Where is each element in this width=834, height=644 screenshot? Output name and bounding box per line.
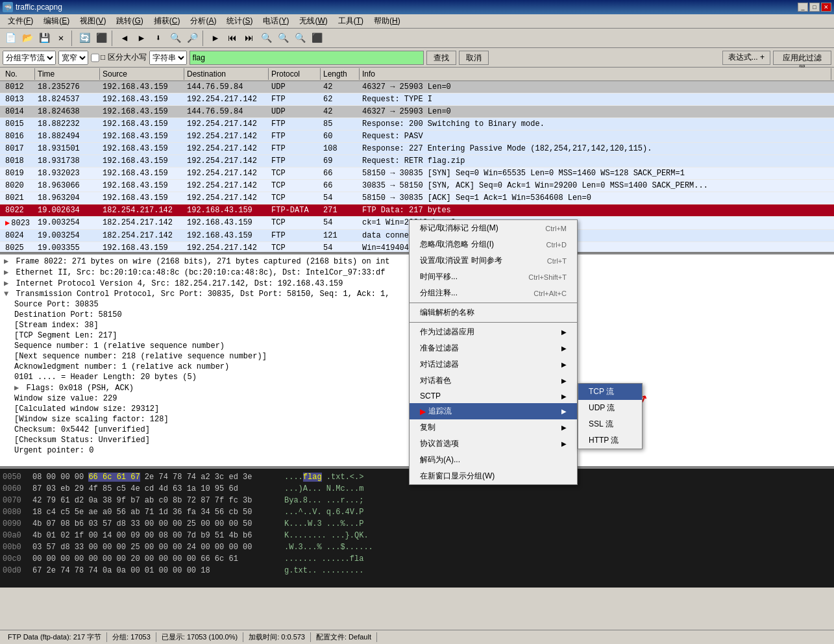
ctx-conv-filter[interactable]: 对话过滤器 ▶ bbox=[410, 356, 577, 373]
ctx-comment[interactable]: 分组注释... Ctrl+Alt+C bbox=[410, 285, 577, 301]
ctx-sep1 bbox=[410, 303, 577, 303]
pkt-info: 58150 → 30835 [SYN] Seq=0 Win=65535 Len=… bbox=[360, 168, 831, 179]
ctx-editname[interactable]: 编辑解析的名称 bbox=[410, 304, 577, 321]
close-button[interactable]: ✕ bbox=[821, 3, 831, 12]
tb-zoom-out[interactable]: 🔎 bbox=[184, 31, 200, 46]
menu-wireless[interactable]: 无线(W) bbox=[294, 14, 332, 28]
tb-zoom3[interactable]: 🔍 bbox=[292, 31, 308, 46]
ctx-ignore[interactable]: 忽略/取消忽略 分组(I) Ctrl+D bbox=[410, 236, 577, 253]
ctx-apply-filter[interactable]: 作为过滤器应用 ▶ bbox=[410, 324, 577, 340]
menu-goto[interactable]: 跳转(G) bbox=[111, 14, 148, 28]
hex-offset: 0080 bbox=[3, 506, 27, 518]
tb-filter3[interactable]: ⏭ bbox=[241, 31, 257, 46]
ctx-proto-prefs-arrow: ▶ bbox=[561, 440, 567, 447]
ctx-follow[interactable]: ▶ 追踪流 ▶ bbox=[410, 403, 577, 419]
tb-save[interactable]: 💾 bbox=[36, 31, 52, 46]
tb-open[interactable]: 📂 bbox=[19, 31, 35, 46]
hex-row-00c0: 00c0 00 00 00 00 00 00 00 20 00 00 00 00… bbox=[3, 553, 831, 565]
find-button[interactable]: 查找 bbox=[426, 51, 456, 65]
pkt-time: 18.963066 bbox=[35, 180, 100, 191]
pkt-dst: 192.254.217.142 bbox=[184, 94, 269, 105]
ctx-prepare-filter[interactable]: 准备过滤器 ▶ bbox=[410, 340, 577, 356]
ctx-follow-arrow: ▶ bbox=[561, 408, 567, 415]
segment-select[interactable]: 分组字节流 bbox=[3, 51, 56, 65]
follow-ssl[interactable]: SSL 流 bbox=[578, 416, 642, 432]
menu-file[interactable]: 文件(F) bbox=[3, 14, 38, 28]
follow-udp[interactable]: UDP 流 bbox=[578, 400, 642, 416]
hex-row-00b0: 00b0 03 57 d8 33 00 00 00 25 00 00 00 24… bbox=[3, 541, 831, 553]
packet-row-8022[interactable]: 8022 19.002634 182.254.217.142 192.168.4… bbox=[0, 204, 834, 217]
col-dst: Destination bbox=[184, 68, 269, 80]
status-displayed: 已显示: 17053 (100.0%) bbox=[156, 632, 243, 642]
window-controls[interactable]: _ □ ✕ bbox=[798, 3, 831, 12]
follow-http[interactable]: HTTP 流 bbox=[578, 432, 642, 449]
packet-row-8020[interactable]: 8020 18.963066 192.168.43.159 192.254.21… bbox=[0, 180, 834, 192]
hex-bytes: 18 c4 c5 5e ae a0 56 ab 71 1d 36 fa 34 5… bbox=[32, 506, 279, 518]
tb-new[interactable]: 📄 bbox=[3, 31, 18, 46]
tb-close[interactable]: ✕ bbox=[53, 31, 69, 46]
ctx-copy-arrow: ▶ bbox=[561, 424, 567, 431]
tb-zoom2[interactable]: 🔍 bbox=[275, 31, 291, 46]
menu-analyze[interactable]: 分析(A) bbox=[185, 14, 221, 28]
ctx-show-in-window[interactable]: 在新窗口显示分组(W) bbox=[410, 468, 577, 484]
ctx-colorize-label: 对话着色 bbox=[420, 375, 451, 386]
menu-edit[interactable]: 编辑(E) bbox=[38, 14, 75, 28]
tb-capture[interactable]: ⬛ bbox=[93, 31, 109, 46]
restore-button[interactable]: □ bbox=[809, 3, 820, 12]
packet-row-8015[interactable]: 8015 18.882232 192.168.43.159 192.254.21… bbox=[0, 118, 834, 130]
packet-row-8018[interactable]: 8018 18.931738 192.168.43.159 192.254.21… bbox=[0, 155, 834, 167]
pkt-dst: 192.254.217.142 bbox=[184, 193, 269, 203]
packet-row-8014[interactable]: 8014 18.824638 192.168.43.159 144.76.59.… bbox=[0, 106, 834, 118]
menu-capture[interactable]: 捕获(C) bbox=[149, 14, 186, 28]
tb-filter2[interactable]: ⏮ bbox=[225, 31, 240, 46]
packet-row-8012[interactable]: 8012 18.235276 192.168.43.159 144.76.59.… bbox=[0, 81, 834, 93]
tb-expand[interactable]: ⬛ bbox=[309, 31, 325, 46]
pkt-src: 192.168.43.159 bbox=[100, 180, 184, 191]
ctx-comment-label: 分组注释... bbox=[420, 288, 458, 299]
ctx-timeref[interactable]: 设置/取消设置 时间参考 Ctrl+T bbox=[410, 253, 577, 269]
menu-tools[interactable]: 工具(T) bbox=[333, 14, 369, 28]
ctx-colorize[interactable]: 对话着色 ▶ bbox=[410, 373, 577, 389]
type-select[interactable]: 字符串 bbox=[149, 51, 187, 65]
tb-sep2 bbox=[112, 31, 114, 46]
menu-help[interactable]: 帮助(H) bbox=[369, 14, 406, 28]
ctx-ignore-shortcut: Ctrl+D bbox=[546, 241, 567, 249]
pkt-no: 8025 bbox=[3, 243, 35, 253]
pkt-src: 192.168.43.159 bbox=[100, 193, 184, 203]
pkt-info: 46327 → 25903 Len=0 bbox=[360, 82, 831, 92]
cancel-button[interactable]: 取消 bbox=[459, 51, 489, 65]
detail-seq-text: Sequence number: 1 (relative sequence nu… bbox=[14, 341, 225, 351]
tb-fwd[interactable]: ▶ bbox=[134, 31, 149, 46]
minimize-button[interactable]: _ bbox=[798, 3, 808, 12]
filter-bar-right: 表达式... + bbox=[722, 51, 770, 65]
tb-filter1[interactable]: ▶ bbox=[208, 31, 223, 46]
app-icon: 🦈 bbox=[3, 2, 13, 12]
pkt-proto: FTP bbox=[269, 94, 321, 105]
ctx-decode-as[interactable]: 解码为(A)... bbox=[410, 452, 577, 468]
ctx-sctp[interactable]: SCTP ▶ bbox=[410, 389, 577, 403]
find-input[interactable] bbox=[190, 51, 424, 65]
tb-magnify[interactable]: 🔍 bbox=[258, 31, 274, 46]
ctx-mark[interactable]: 标记/取消标记 分组(M) Ctrl+M bbox=[410, 220, 577, 236]
apply-filter-button[interactable]: 应用此过滤器 bbox=[773, 51, 831, 65]
packet-row-8017[interactable]: 8017 18.931501 192.168.43.159 192.254.21… bbox=[0, 143, 834, 155]
width-select[interactable]: 宽窄 bbox=[58, 51, 88, 65]
menu-view[interactable]: 视图(V) bbox=[75, 14, 111, 28]
menu-stats[interactable]: 统计(S) bbox=[221, 14, 258, 28]
packet-row-8021[interactable]: 8021 18.963204 192.168.43.159 192.254.21… bbox=[0, 192, 834, 204]
case-checkbox[interactable] bbox=[91, 51, 99, 65]
menu-phone[interactable]: 电话(Y) bbox=[258, 14, 294, 28]
ctx-copy[interactable]: 复制 ▶ bbox=[410, 419, 577, 436]
tb-scroll[interactable]: ⬇ bbox=[151, 31, 166, 46]
packet-row-8016[interactable]: 8016 18.882494 192.168.43.159 192.254.21… bbox=[0, 130, 834, 143]
ctx-proto-prefs[interactable]: 协议首选项 ▶ bbox=[410, 436, 577, 452]
tb-back[interactable]: ◀ bbox=[117, 31, 132, 46]
tb-reload[interactable]: 🔄 bbox=[77, 31, 92, 46]
packet-row-8013[interactable]: 8013 18.824537 192.168.43.159 192.254.21… bbox=[0, 93, 834, 106]
tb-zoom-in[interactable]: 🔍 bbox=[167, 31, 183, 46]
detail-sport-text: Source Port: 30835 bbox=[14, 300, 99, 309]
packet-row-8019[interactable]: 8019 18.932023 192.168.43.159 192.254.21… bbox=[0, 167, 834, 180]
pkt-dst: 192.168.43.159 bbox=[184, 230, 269, 241]
ctx-timeshift[interactable]: 时间平移... Ctrl+Shift+T bbox=[410, 269, 577, 285]
follow-tcp[interactable]: TCP 流 bbox=[578, 384, 642, 400]
